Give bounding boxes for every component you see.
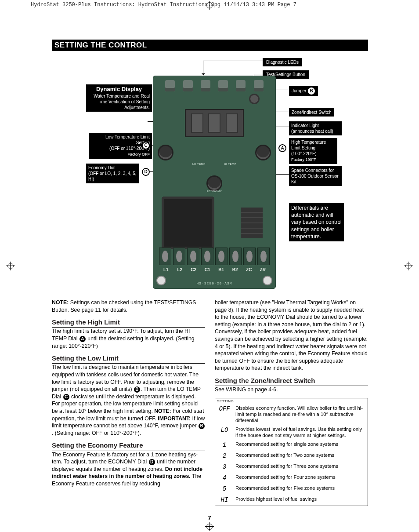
heading-economy: Setting the Economy Feature [52, 441, 205, 451]
body-columns: NOTE: Settings can be checked using the … [52, 299, 368, 506]
settings-row: 2Recommended setting for Two zone system… [215, 451, 368, 462]
callout-spade-connectors: Spade Connectors for OS-100 Outdoor Sens… [289, 166, 342, 186]
arrow-down-icon [203, 61, 203, 77]
registration-mark-icon [6, 262, 15, 270]
heading-zone-switch: Setting the Zone/Indirect Switch [215, 376, 368, 386]
callout-high-limit: High Temperature Limit Setting (100°-220… [289, 138, 337, 164]
key-c-icon: C [63, 394, 69, 400]
key-b-icon: B [308, 87, 315, 95]
settings-row: HIProvides highest level of fuel savings [215, 495, 368, 506]
key-a-icon: A [79, 336, 86, 342]
hi-temp-dial-icon [256, 146, 270, 159]
settings-row: 5Recommended setting for Five zone syste… [215, 484, 368, 495]
callout-economy-dial: Economy Dial (OFF or LO, 1, 2, 3, 4, 5, … [86, 164, 139, 183]
callout-diagnostic-leds: Diagnostic LEDs [263, 58, 302, 66]
key-b-icon: B [134, 386, 140, 393]
key-a-icon: A [278, 144, 286, 152]
callout-indicator-light: Indicator Light (announces heat call) [289, 121, 342, 135]
registration-mark-icon [205, 522, 214, 531]
settings-row: 4Recommended setting for Four zone syste… [215, 473, 368, 484]
para-economy: The Economy Feature is factory set for a… [52, 451, 205, 488]
settings-table: SETTING OFFDisables economy function. Wi… [215, 398, 368, 506]
key-d-icon: D [142, 168, 150, 176]
economy-dial-icon [208, 177, 221, 190]
callout-differentials: Differentials are automatic and will var… [289, 203, 344, 241]
page: HydroStat 3250-Plus Instructions: HydroS… [0, 0, 419, 532]
board-diagram: Diagnostic LEDs Test/Settings Button Dyn… [52, 58, 368, 295]
page-number: 7 [0, 514, 419, 521]
transformer-icon [162, 197, 214, 249]
column-left: NOTE: Settings can be checked using the … [52, 299, 205, 506]
registration-mark-icon [404, 262, 413, 270]
callout-dynamic-display: Dynamic Display Water Temperature and Re… [86, 84, 152, 112]
lo-temp-dial-icon [159, 146, 172, 159]
section-title-bar: SETTING THE CONTROL [52, 40, 368, 51]
settings-row: 1Recommended setting for single zone sys… [215, 440, 368, 451]
key-d-icon: D [149, 459, 155, 465]
callout-jumper: Jumper B [289, 86, 318, 96]
circuit-board-image: LO TEMP HI TEMP ECONOMY L1L2 C2C1 B1B2 Z… [153, 76, 276, 289]
seven-segment-display-icon [185, 109, 244, 137]
para-high-limit: The high limit is factory set at 190°F. … [52, 328, 205, 350]
callout-zone-switch: Zone/Indirect Switch [289, 108, 334, 117]
para-low-limit: The low limit is designed to maintain te… [52, 364, 205, 437]
settings-row: LOProvides lowest level of fuel savings.… [215, 425, 368, 440]
settings-row: OFFDisables economy function. Will allow… [215, 404, 368, 425]
heading-low-limit: Setting the Low Limit [52, 354, 205, 364]
test-button-icon [250, 95, 258, 103]
terminal-block-icon [159, 248, 270, 265]
registration-mark-icon [205, 1, 214, 10]
settings-row: 3Recommended setting for Three zone syst… [215, 462, 368, 473]
heading-high-limit: Setting the High Limit [52, 318, 205, 328]
para-economy-cont: boiler temperature (see "How Thermal Tar… [215, 299, 368, 372]
key-c-icon: C [142, 142, 150, 149]
print-slug: HydroStat 3250-Plus Instructions: HydroS… [31, 2, 296, 8]
column-right: boiler temperature (see "How Thermal Tar… [215, 299, 368, 506]
key-b-icon: B [199, 423, 205, 429]
note-text: NOTE: Settings can be checked using the … [52, 299, 205, 313]
para-zone-switch: See WIRING on page 4-6. [215, 386, 368, 394]
settings-table-header: SETTING [215, 398, 368, 404]
